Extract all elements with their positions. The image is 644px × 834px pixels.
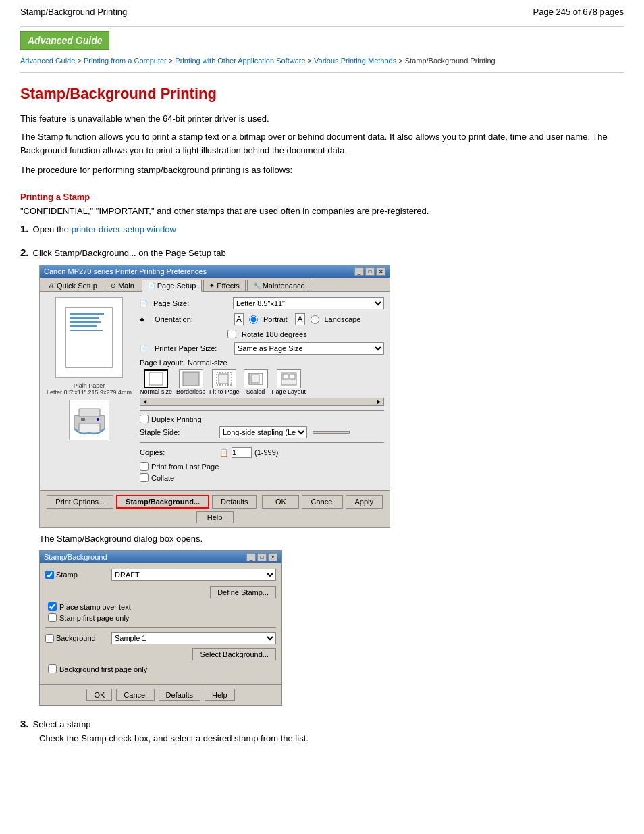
- dialog-body: Plain PaperLetter 8.5"x11" 215.9x279.4mm: [40, 292, 390, 490]
- background-select[interactable]: Sample 1: [111, 632, 276, 644]
- stamp-first-page-checkbox[interactable]: [48, 613, 57, 622]
- staple-side-select[interactable]: Long-side stapling (Left): [219, 426, 307, 438]
- svg-rect-2: [79, 423, 100, 433]
- stamp-cancel-button[interactable]: Cancel: [116, 689, 154, 701]
- layout-fit-to-page[interactable]: Fit-to-Page: [209, 369, 240, 395]
- rotate-checkbox[interactable]: [227, 330, 236, 338]
- tab-quick-setup[interactable]: 🖨 Quick Setup: [43, 280, 103, 291]
- collate-label: Collate: [151, 474, 174, 482]
- svg-point-4: [97, 418, 99, 421]
- stamp-background-button[interactable]: Stamp/Background...: [116, 495, 209, 509]
- intro-line3: The procedure for performing stamp/backg…: [20, 163, 624, 177]
- stamp-ok-button[interactable]: OK: [86, 689, 112, 701]
- background-section: Background Sample 1 Select Background...…: [45, 632, 276, 673]
- printer-driver-link[interactable]: printer driver setup window: [72, 224, 176, 234]
- close-btn[interactable]: ✕: [376, 267, 385, 276]
- breadcrumb-printing-other-app[interactable]: Printing with Other Application Software: [175, 57, 305, 65]
- fit-to-page-icon: [212, 369, 236, 388]
- tab-main[interactable]: ⊙ Main: [105, 280, 140, 291]
- printer-paper-size-select[interactable]: Same as Page Size: [234, 342, 384, 355]
- step-1-text: Open the printer driver setup window: [33, 224, 176, 234]
- background-checkbox[interactable]: [45, 634, 54, 643]
- stamp-titlebar-buttons: _ □ ✕: [246, 553, 277, 561]
- page-header-title: Stamp/Background Printing: [20, 7, 127, 17]
- print-options-button[interactable]: Print Options...: [47, 495, 113, 509]
- titlebar-buttons: _ □ ✕: [354, 267, 385, 276]
- scrollbar[interactable]: ◄ ►: [140, 398, 384, 406]
- page-header: Stamp/Background Printing Page 245 of 67…: [20, 7, 624, 20]
- breadcrumb: Advanced Guide > Printing from a Compute…: [20, 55, 624, 73]
- portrait-label: Portrait: [263, 315, 287, 323]
- breadcrumb-various-methods[interactable]: Various Printing Methods: [314, 57, 396, 65]
- stamp-minimize-btn[interactable]: _: [246, 553, 256, 561]
- advanced-guide-label: Advanced Guide: [28, 35, 102, 46]
- portrait-radio[interactable]: [249, 315, 258, 324]
- dialog-titlebar: Canon MP270 series Printer Printing Pref…: [40, 265, 390, 278]
- defaults-button[interactable]: Defaults: [212, 495, 257, 509]
- preview-paper: [65, 307, 113, 368]
- tab-maintenance[interactable]: 🔧 Maintenance: [247, 280, 311, 291]
- landscape-radio[interactable]: [311, 315, 319, 324]
- layout-normal[interactable]: Normal-size: [140, 369, 172, 395]
- stamp-select[interactable]: DRAFT: [111, 569, 276, 581]
- paper-preview: [55, 297, 123, 378]
- define-stamp-button[interactable]: Define Stamp...: [210, 586, 276, 598]
- stamp-row: Stamp DRAFT: [45, 569, 276, 581]
- scrollbar-track: [149, 399, 375, 405]
- minimize-btn[interactable]: _: [354, 267, 364, 276]
- background-first-page-checkbox[interactable]: [48, 664, 57, 673]
- tab-page-setup[interactable]: 📄 Page Setup: [142, 280, 203, 292]
- background-row: Background Sample 1: [45, 632, 276, 644]
- stamp-dialog-caption: The Stamp/Background dialog box opens.: [39, 533, 624, 544]
- stamp-checkbox-label: Stamp: [45, 571, 106, 579]
- stamp-checkbox[interactable]: [45, 571, 54, 579]
- duplex-checkbox[interactable]: [140, 415, 149, 423]
- page-title: Stamp/Background Printing: [20, 85, 624, 103]
- stamp-help-button[interactable]: Help: [205, 689, 235, 701]
- stamp-close-btn[interactable]: ✕: [268, 553, 277, 561]
- layout-borderless[interactable]: Borderless: [176, 369, 205, 395]
- background-checkbox-label: Background: [45, 634, 106, 643]
- maximize-btn[interactable]: □: [365, 267, 375, 276]
- tab-effects[interactable]: ✦ Effects: [203, 280, 245, 291]
- dialog-right-panel: 📄 Page Size: Letter 8.5"x11" ◆ Orientati…: [140, 297, 384, 485]
- apply-button[interactable]: Apply: [346, 495, 383, 509]
- stamp-dialog-title: Stamp/Background: [44, 553, 107, 561]
- copies-label: Copies:: [140, 448, 214, 457]
- printing-stamp-desc: "CONFIDENTIAL," "IMPORTANT," and other s…: [20, 205, 624, 218]
- print-from-last-label: Print from Last Page: [151, 463, 219, 471]
- breadcrumb-printing-computer[interactable]: Printing from a Computer: [84, 57, 167, 65]
- print-from-last-checkbox[interactable]: [140, 462, 149, 471]
- stamp-defaults-button[interactable]: Defaults: [159, 689, 200, 701]
- layout-page-layout[interactable]: Page Layout: [272, 369, 306, 395]
- specify-margin-button[interactable]: [313, 431, 350, 434]
- duplex-row: Duplex Printing: [140, 415, 384, 423]
- copies-input[interactable]: [232, 447, 252, 458]
- svg-rect-13: [290, 374, 295, 379]
- svg-rect-1: [79, 409, 100, 417]
- advanced-guide-banner: Advanced Guide: [20, 31, 109, 50]
- breadcrumb-current: Stamp/Background Printing: [405, 57, 495, 65]
- stamp-footer: OK Cancel Defaults Help: [40, 684, 281, 705]
- rotate-label: Rotate 180 degrees: [242, 330, 307, 338]
- select-background-button[interactable]: Select Background...: [192, 648, 276, 660]
- svg-rect-5: [149, 373, 163, 385]
- place-over-text-checkbox[interactable]: [48, 602, 57, 611]
- breadcrumb-advanced-guide[interactable]: Advanced Guide: [20, 57, 75, 65]
- layout-scaled[interactable]: Scaled: [244, 369, 268, 395]
- page-size-select[interactable]: Letter 8.5"x11": [233, 297, 384, 309]
- orientation-row: ◆ Orientation: A Portrait A Landscape: [140, 313, 384, 325]
- ok-button[interactable]: OK: [262, 495, 299, 509]
- collate-row: Collate: [140, 473, 384, 482]
- page-size-label: Page Size:: [153, 299, 227, 307]
- step-2-number: 2.: [20, 246, 29, 258]
- collate-checkbox[interactable]: [140, 473, 149, 482]
- dialog-footer: Print Options... Stamp/Background... Def…: [40, 490, 390, 527]
- background-label: Background: [56, 634, 96, 642]
- borderless-icon: [179, 369, 203, 388]
- help-button[interactable]: Help: [196, 511, 234, 523]
- cancel-button[interactable]: Cancel: [302, 495, 342, 509]
- step-1: 1. Open the printer driver setup window: [20, 223, 624, 234]
- stamp-restore-btn[interactable]: □: [257, 553, 267, 561]
- layout-icons: Normal-size Borderless: [140, 369, 384, 395]
